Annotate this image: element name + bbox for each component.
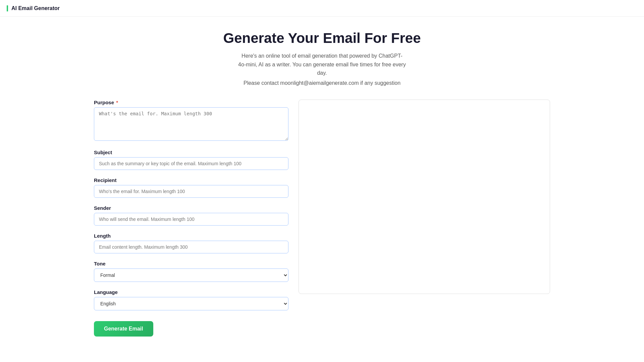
sender-label: Sender [94, 205, 288, 211]
sender-input[interactable] [94, 213, 288, 226]
subject-label: Subject [94, 149, 288, 155]
page-contact: Please contact moonlight@aiemailgenerate… [94, 80, 550, 86]
purpose-group: Purpose * [94, 100, 288, 142]
sender-group: Sender [94, 205, 288, 226]
subject-input[interactable] [94, 157, 288, 170]
language-group: Language English Spanish French German C… [94, 289, 288, 310]
tone-select[interactable]: Formal Informal Friendly Professional Ca… [94, 268, 288, 282]
page-header: Generate Your Email For Free Here's an o… [94, 30, 550, 86]
subject-group: Subject [94, 149, 288, 170]
tone-label: Tone [94, 261, 288, 266]
tone-group: Tone Formal Informal Friendly Profession… [94, 261, 288, 282]
output-panel [299, 100, 550, 294]
recipient-input[interactable] [94, 185, 288, 198]
length-group: Length [94, 233, 288, 253]
brand-label: AI Email Generator [11, 5, 60, 11]
brand[interactable]: AI Email Generator [7, 5, 60, 11]
required-indicator: * [115, 100, 118, 105]
purpose-textarea[interactable] [94, 107, 288, 141]
language-select[interactable]: English Spanish French German Chinese Ja… [94, 297, 288, 310]
generate-button[interactable]: Generate Email [94, 321, 153, 337]
recipient-group: Recipient [94, 177, 288, 198]
main-container: Generate Your Email For Free Here's an o… [87, 17, 557, 350]
page-subtitle: Here's an online tool of email generatio… [238, 52, 406, 77]
navbar: AI Email Generator [0, 0, 644, 17]
length-label: Length [94, 233, 288, 239]
purpose-label: Purpose * [94, 100, 288, 105]
form-panel: Purpose * Subject Recipient Sender [94, 100, 288, 337]
content-layout: Purpose * Subject Recipient Sender [94, 100, 550, 337]
recipient-label: Recipient [94, 177, 288, 183]
length-input[interactable] [94, 241, 288, 253]
page-title: Generate Your Email For Free [94, 30, 550, 46]
language-label: Language [94, 289, 288, 295]
